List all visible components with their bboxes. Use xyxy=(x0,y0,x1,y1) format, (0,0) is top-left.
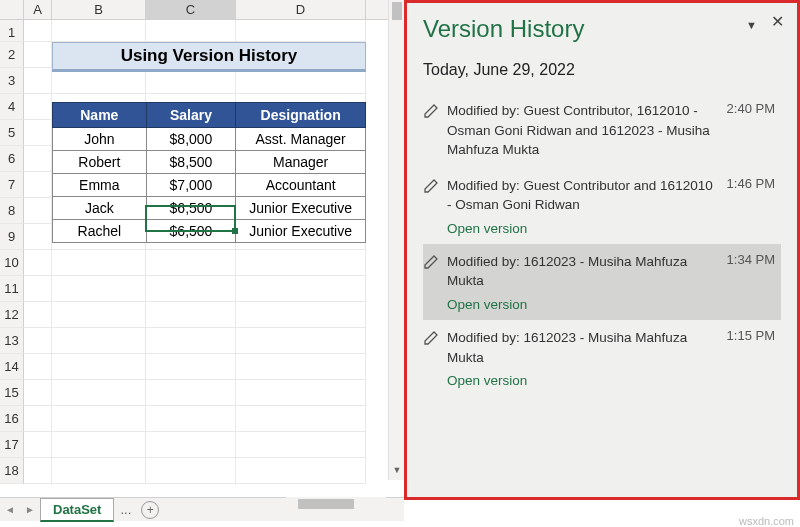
row-header-12[interactable]: 12 xyxy=(0,302,24,328)
th-designation: Designation xyxy=(236,103,366,128)
row-header-2[interactable]: 2 xyxy=(0,42,24,68)
row-headers: 1 2 3 4 5 6 7 8 9 10 11 12 13 14 15 16 1… xyxy=(0,20,24,484)
row-header-17[interactable]: 17 xyxy=(0,432,24,458)
open-version-link[interactable]: Open version xyxy=(447,373,715,388)
row-header-14[interactable]: 14 xyxy=(0,354,24,380)
table-row: John$8,000Asst. Manager xyxy=(53,128,366,151)
th-name: Name xyxy=(53,103,147,128)
version-time: 1:34 PM xyxy=(727,252,775,267)
scroll-down-icon[interactable]: ▼ xyxy=(389,462,405,478)
row-header-3[interactable]: 3 xyxy=(0,68,24,94)
row-header-15[interactable]: 15 xyxy=(0,380,24,406)
th-salary: Salary xyxy=(146,103,236,128)
scroll-thumb-v[interactable] xyxy=(392,2,402,20)
spreadsheet: A B C D 1 2 3 4 5 6 7 8 9 10 11 12 13 14… xyxy=(0,0,404,500)
row-header-1[interactable]: 1 xyxy=(0,20,24,42)
cell-grid[interactable]: Using Version History Name Salary Design… xyxy=(24,20,366,484)
row-header-8[interactable]: 8 xyxy=(0,198,24,224)
table-row: Jack$6,500Junior Executive xyxy=(53,197,366,220)
version-list: Modified by: Guest Contributor, 1612010 … xyxy=(423,93,781,396)
column-headers: A B C D xyxy=(0,0,404,20)
version-item[interactable]: Modified by: Guest Contributor and 16120… xyxy=(423,168,781,244)
modified-by-text: Modified by: 1612023 - Musiha Mahfuza Mu… xyxy=(447,328,715,367)
row-header-10[interactable]: 10 xyxy=(0,250,24,276)
version-time: 2:40 PM xyxy=(727,101,775,116)
tab-more[interactable]: ... xyxy=(114,502,137,517)
modified-by-text: Modified by: Guest Contributor, 1612010 … xyxy=(447,101,715,160)
sheet-tab-bar: ◄ ► DataSet ... + xyxy=(0,497,404,521)
version-history-pane: ▼ ✕ Version History Today, June 29, 2022… xyxy=(404,0,800,500)
col-header-A[interactable]: A xyxy=(24,0,52,19)
open-version-link[interactable]: Open version xyxy=(447,297,715,312)
pencil-icon xyxy=(423,176,447,236)
version-time: 1:15 PM xyxy=(727,328,775,343)
version-item[interactable]: Modified by: Guest Contributor, 1612010 … xyxy=(423,93,781,168)
select-all-corner[interactable] xyxy=(0,0,24,19)
row-header-11[interactable]: 11 xyxy=(0,276,24,302)
pane-title: Version History xyxy=(423,15,781,43)
table-row: Emma$7,000Accountant xyxy=(53,174,366,197)
row-header-6[interactable]: 6 xyxy=(0,146,24,172)
version-item[interactable]: Modified by: 1612023 - Musiha Mahfuza Mu… xyxy=(423,244,781,320)
tab-next-icon[interactable]: ► xyxy=(20,504,40,515)
pencil-icon xyxy=(423,101,447,160)
add-sheet-button[interactable]: + xyxy=(141,501,159,519)
row-header-18[interactable]: 18 xyxy=(0,458,24,484)
tab-prev-icon[interactable]: ◄ xyxy=(0,504,20,515)
title-banner: Using Version History xyxy=(52,42,366,72)
pencil-icon xyxy=(423,252,447,312)
data-table: Name Salary Designation John$8,000Asst. … xyxy=(52,102,366,243)
close-icon[interactable]: ✕ xyxy=(767,13,787,33)
scroll-thumb-h[interactable] xyxy=(298,499,354,509)
pane-options-icon[interactable]: ▼ xyxy=(746,19,757,31)
row-header-9[interactable]: 9 xyxy=(0,224,24,250)
row-header-4[interactable]: 4 xyxy=(0,94,24,120)
col-header-D[interactable]: D xyxy=(236,0,366,19)
row-header-5[interactable]: 5 xyxy=(0,120,24,146)
open-version-link[interactable]: Open version xyxy=(447,221,715,236)
table-row: Robert$8,500Manager xyxy=(53,151,366,174)
version-item[interactable]: Modified by: 1612023 - Musiha Mahfuza Mu… xyxy=(423,320,781,396)
row-header-16[interactable]: 16 xyxy=(0,406,24,432)
watermark: wsxdn.com xyxy=(739,515,794,527)
modified-by-text: Modified by: 1612023 - Musiha Mahfuza Mu… xyxy=(447,252,715,291)
version-time: 1:46 PM xyxy=(727,176,775,191)
col-header-B[interactable]: B xyxy=(52,0,146,19)
sheet-tab-active[interactable]: DataSet xyxy=(40,498,114,522)
table-row: Rachel$6,500Junior Executive xyxy=(53,220,366,243)
row-header-7[interactable]: 7 xyxy=(0,172,24,198)
date-heading: Today, June 29, 2022 xyxy=(423,61,781,79)
vertical-scrollbar[interactable]: ▲ ▼ xyxy=(388,0,404,480)
horizontal-scrollbar[interactable] xyxy=(286,497,386,511)
row-header-13[interactable]: 13 xyxy=(0,328,24,354)
col-header-C[interactable]: C xyxy=(146,0,236,19)
pencil-icon xyxy=(423,328,447,388)
modified-by-text: Modified by: Guest Contributor and 16120… xyxy=(447,176,715,215)
